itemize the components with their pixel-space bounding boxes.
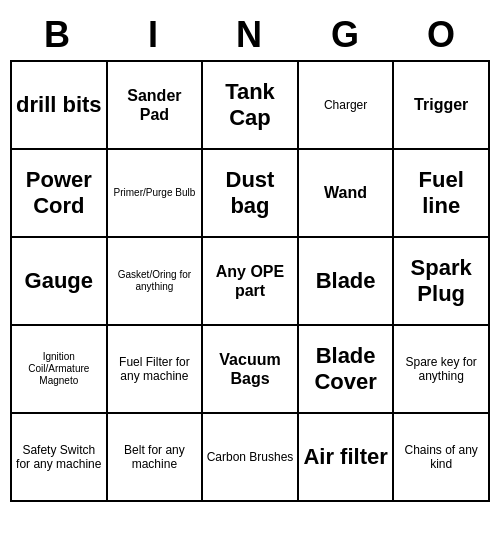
cell-24[interactable]: Chains of any kind [394, 414, 490, 502]
header-n: N [202, 10, 298, 60]
bingo-card: B I N G O drill bitsSander PadTank CapCh… [10, 10, 490, 502]
cell-0[interactable]: drill bits [12, 62, 108, 150]
cell-18[interactable]: Blade Cover [299, 326, 395, 414]
cell-11[interactable]: Gasket/Oring for anything [108, 238, 204, 326]
cell-6[interactable]: Primer/Purge Bulb [108, 150, 204, 238]
cell-21[interactable]: Belt for any machine [108, 414, 204, 502]
cell-4[interactable]: Trigger [394, 62, 490, 150]
cell-8[interactable]: Wand [299, 150, 395, 238]
bingo-header: B I N G O [10, 10, 490, 60]
cell-20[interactable]: Safety Switch for any machine [12, 414, 108, 502]
cell-14[interactable]: Spark Plug [394, 238, 490, 326]
bingo-grid: drill bitsSander PadTank CapChargerTrigg… [10, 60, 490, 502]
cell-5[interactable]: Power Cord [12, 150, 108, 238]
header-b: B [10, 10, 106, 60]
cell-16[interactable]: Fuel Filter for any machine [108, 326, 204, 414]
cell-22[interactable]: Carbon Brushes [203, 414, 299, 502]
cell-12[interactable]: Any OPE part [203, 238, 299, 326]
cell-9[interactable]: Fuel line [394, 150, 490, 238]
cell-17[interactable]: Vacuum Bags [203, 326, 299, 414]
cell-19[interactable]: Spare key for anything [394, 326, 490, 414]
cell-23[interactable]: Air filter [299, 414, 395, 502]
header-i: I [106, 10, 202, 60]
cell-10[interactable]: Gauge [12, 238, 108, 326]
header-g: G [298, 10, 394, 60]
cell-7[interactable]: Dust bag [203, 150, 299, 238]
cell-3[interactable]: Charger [299, 62, 395, 150]
cell-2[interactable]: Tank Cap [203, 62, 299, 150]
cell-13[interactable]: Blade [299, 238, 395, 326]
cell-1[interactable]: Sander Pad [108, 62, 204, 150]
header-o: O [394, 10, 490, 60]
cell-15[interactable]: Ignition Coil/Armature Magneto [12, 326, 108, 414]
